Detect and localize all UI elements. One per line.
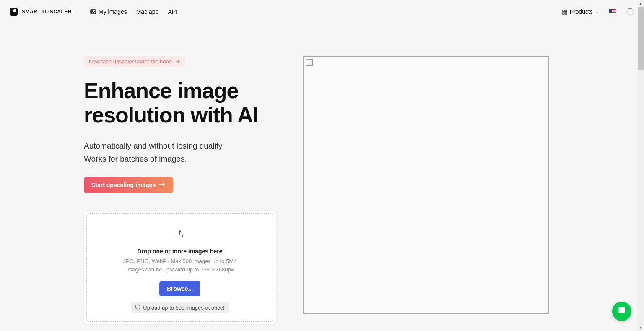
- subtitle-line1: Automatically and without losing quality…: [84, 141, 224, 150]
- logo-icon: [10, 8, 18, 16]
- upload-card: Drop one or more images here JPG, PNG, W…: [84, 211, 276, 324]
- grid-icon: [562, 9, 567, 14]
- arrow-right-icon: [159, 182, 166, 188]
- preview-image: [303, 56, 549, 314]
- content-right: [303, 56, 560, 324]
- nav-mac-app[interactable]: Mac app: [136, 8, 159, 15]
- nav-api[interactable]: API: [168, 8, 177, 15]
- drop-subtitle-line1: JPG, PNG, WebP · Max 500 images up to 5M…: [123, 258, 236, 264]
- svg-rect-2: [563, 10, 564, 12]
- language-flag-us-icon[interactable]: [609, 9, 616, 14]
- scrollbar-track[interactable]: ▲ ▼: [637, 0, 644, 331]
- svg-rect-5: [565, 13, 567, 14]
- scroll-up-arrow-icon[interactable]: ▲: [637, 0, 644, 7]
- header: SMART UPSCALER My images Mac app API Pro…: [0, 0, 644, 23]
- loading-spinner-icon: [626, 8, 634, 16]
- nav-label: API: [168, 8, 177, 15]
- scrollbar-thumb[interactable]: [638, 7, 644, 70]
- info-icon: [135, 304, 140, 311]
- svg-point-1: [92, 11, 93, 12]
- logo[interactable]: SMART UPSCALER: [10, 8, 72, 16]
- drop-subtitle-line2: Images can be upscaled up to 7680×7680px: [126, 266, 234, 273]
- chevron-down-icon: ⌄: [595, 10, 599, 14]
- badge-text: New face upscaler under the hood: [89, 58, 172, 65]
- drop-subtitle: JPG, PNG, WebP · Max 500 images up to 5M…: [95, 257, 265, 274]
- scroll-down-arrow-icon[interactable]: ▼: [637, 324, 644, 331]
- products-label: Products: [570, 8, 593, 15]
- arrow-right-icon: [175, 58, 180, 65]
- chat-widget-button[interactable]: [612, 302, 631, 321]
- nav-label: Mac app: [136, 8, 159, 15]
- hint-text: Upload up to 500 images at once!: [143, 305, 224, 311]
- logo-text: SMART UPSCALER: [22, 9, 72, 15]
- nav-my-images[interactable]: My images: [90, 8, 127, 15]
- hero-subtitle: Automatically and without losing quality…: [84, 140, 276, 165]
- upload-hint: Upload up to 500 images at once!: [131, 302, 229, 313]
- products-dropdown[interactable]: Products ⌄: [562, 8, 599, 15]
- nav-label: My images: [99, 8, 127, 15]
- main-content: New face upscaler under the hood Enhance…: [0, 23, 644, 324]
- broken-image-icon: [306, 59, 313, 66]
- cta-label: Start upscaling images: [91, 182, 156, 188]
- subtitle-line2: Works for batches of images.: [84, 154, 187, 163]
- svg-rect-3: [565, 10, 567, 12]
- content-left: New face upscaler under the hood Enhance…: [84, 56, 276, 324]
- upload-icon: [175, 229, 184, 240]
- announcement-badge[interactable]: New face upscaler under the hood: [84, 56, 185, 67]
- nav-links: My images Mac app API: [90, 8, 177, 15]
- hero-title: Enhance image resolution with AI: [84, 78, 276, 127]
- svg-rect-4: [563, 13, 564, 14]
- drop-zone[interactable]: Drop one or more images here JPG, PNG, W…: [86, 213, 273, 322]
- browse-button[interactable]: Browse...: [159, 281, 200, 296]
- images-icon: [90, 9, 96, 15]
- drop-title: Drop one or more images here: [95, 248, 265, 255]
- header-right: Products ⌄: [562, 8, 634, 16]
- start-upscaling-button[interactable]: Start upscaling images: [84, 177, 173, 193]
- chat-icon: [617, 306, 626, 317]
